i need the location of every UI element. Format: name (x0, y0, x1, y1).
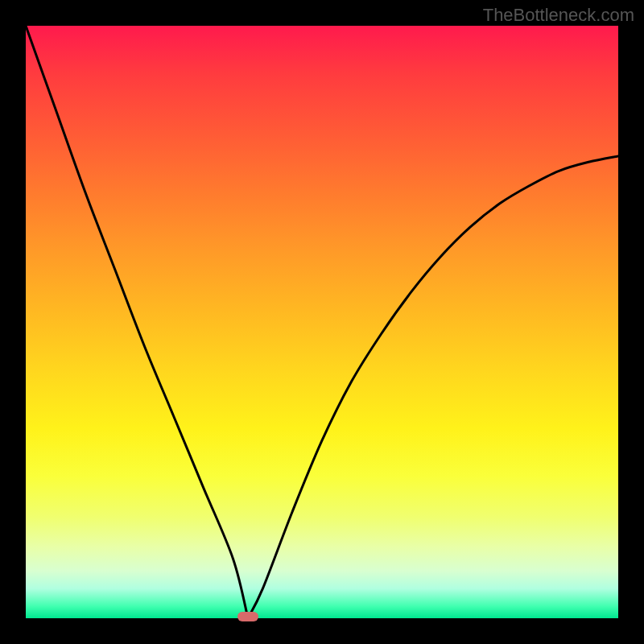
chart-container: TheBottleneck.com (0, 0, 644, 644)
plot-area (26, 26, 618, 618)
watermark-text: TheBottleneck.com (483, 5, 634, 26)
optimal-marker (237, 612, 258, 621)
bottleneck-curve (26, 26, 618, 618)
curve-svg (26, 26, 618, 618)
